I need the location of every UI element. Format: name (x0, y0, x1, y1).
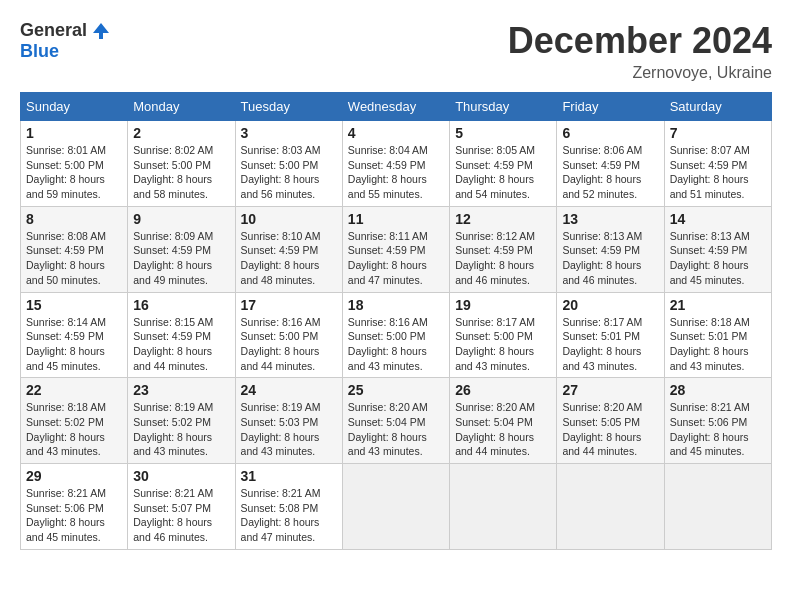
day-info: Sunrise: 8:09 AM Sunset: 4:59 PM Dayligh… (133, 229, 229, 288)
day-info: Sunrise: 8:17 AM Sunset: 5:00 PM Dayligh… (455, 315, 551, 374)
column-header-friday: Friday (557, 93, 664, 121)
calendar-cell: 25 Sunrise: 8:20 AM Sunset: 5:04 PM Dayl… (342, 378, 449, 464)
calendar-cell: 11 Sunrise: 8:11 AM Sunset: 4:59 PM Dayl… (342, 206, 449, 292)
day-info: Sunrise: 8:08 AM Sunset: 4:59 PM Dayligh… (26, 229, 122, 288)
calendar-cell: 1 Sunrise: 8:01 AM Sunset: 5:00 PM Dayli… (21, 121, 128, 207)
day-info: Sunrise: 8:11 AM Sunset: 4:59 PM Dayligh… (348, 229, 444, 288)
day-number: 5 (455, 125, 551, 141)
day-number: 24 (241, 382, 337, 398)
calendar-cell: 2 Sunrise: 8:02 AM Sunset: 5:00 PM Dayli… (128, 121, 235, 207)
day-info: Sunrise: 8:13 AM Sunset: 4:59 PM Dayligh… (670, 229, 766, 288)
day-info: Sunrise: 8:13 AM Sunset: 4:59 PM Dayligh… (562, 229, 658, 288)
day-number: 29 (26, 468, 122, 484)
logo-blue-text: Blue (20, 41, 59, 62)
calendar-cell: 10 Sunrise: 8:10 AM Sunset: 4:59 PM Dayl… (235, 206, 342, 292)
day-number: 6 (562, 125, 658, 141)
day-number: 2 (133, 125, 229, 141)
day-info: Sunrise: 8:17 AM Sunset: 5:01 PM Dayligh… (562, 315, 658, 374)
day-number: 10 (241, 211, 337, 227)
day-number: 22 (26, 382, 122, 398)
day-number: 21 (670, 297, 766, 313)
calendar-cell (342, 464, 449, 550)
calendar-week-row: 29 Sunrise: 8:21 AM Sunset: 5:06 PM Dayl… (21, 464, 772, 550)
calendar-cell: 6 Sunrise: 8:06 AM Sunset: 4:59 PM Dayli… (557, 121, 664, 207)
day-info: Sunrise: 8:06 AM Sunset: 4:59 PM Dayligh… (562, 143, 658, 202)
day-number: 3 (241, 125, 337, 141)
svg-marker-0 (93, 23, 109, 39)
day-number: 12 (455, 211, 551, 227)
day-number: 9 (133, 211, 229, 227)
calendar-cell: 12 Sunrise: 8:12 AM Sunset: 4:59 PM Dayl… (450, 206, 557, 292)
calendar-cell: 19 Sunrise: 8:17 AM Sunset: 5:00 PM Dayl… (450, 292, 557, 378)
column-header-tuesday: Tuesday (235, 93, 342, 121)
day-info: Sunrise: 8:18 AM Sunset: 5:02 PM Dayligh… (26, 400, 122, 459)
logo-icon (91, 21, 111, 41)
calendar-cell: 15 Sunrise: 8:14 AM Sunset: 4:59 PM Dayl… (21, 292, 128, 378)
day-number: 26 (455, 382, 551, 398)
day-number: 28 (670, 382, 766, 398)
calendar-cell: 17 Sunrise: 8:16 AM Sunset: 5:00 PM Dayl… (235, 292, 342, 378)
calendar-cell: 30 Sunrise: 8:21 AM Sunset: 5:07 PM Dayl… (128, 464, 235, 550)
column-header-saturday: Saturday (664, 93, 771, 121)
calendar-header-row: SundayMondayTuesdayWednesdayThursdayFrid… (21, 93, 772, 121)
day-info: Sunrise: 8:20 AM Sunset: 5:05 PM Dayligh… (562, 400, 658, 459)
calendar-cell: 26 Sunrise: 8:20 AM Sunset: 5:04 PM Dayl… (450, 378, 557, 464)
day-info: Sunrise: 8:18 AM Sunset: 5:01 PM Dayligh… (670, 315, 766, 374)
day-info: Sunrise: 8:21 AM Sunset: 5:08 PM Dayligh… (241, 486, 337, 545)
calendar-cell: 24 Sunrise: 8:19 AM Sunset: 5:03 PM Dayl… (235, 378, 342, 464)
day-info: Sunrise: 8:04 AM Sunset: 4:59 PM Dayligh… (348, 143, 444, 202)
day-number: 14 (670, 211, 766, 227)
day-info: Sunrise: 8:21 AM Sunset: 5:06 PM Dayligh… (670, 400, 766, 459)
calendar-cell: 29 Sunrise: 8:21 AM Sunset: 5:06 PM Dayl… (21, 464, 128, 550)
day-info: Sunrise: 8:14 AM Sunset: 4:59 PM Dayligh… (26, 315, 122, 374)
month-year-title: December 2024 (508, 20, 772, 62)
day-info: Sunrise: 8:07 AM Sunset: 4:59 PM Dayligh… (670, 143, 766, 202)
day-info: Sunrise: 8:20 AM Sunset: 5:04 PM Dayligh… (455, 400, 551, 459)
day-number: 15 (26, 297, 122, 313)
day-info: Sunrise: 8:05 AM Sunset: 4:59 PM Dayligh… (455, 143, 551, 202)
day-info: Sunrise: 8:19 AM Sunset: 5:03 PM Dayligh… (241, 400, 337, 459)
calendar-cell: 13 Sunrise: 8:13 AM Sunset: 4:59 PM Dayl… (557, 206, 664, 292)
day-number: 11 (348, 211, 444, 227)
calendar-cell: 18 Sunrise: 8:16 AM Sunset: 5:00 PM Dayl… (342, 292, 449, 378)
calendar-cell: 9 Sunrise: 8:09 AM Sunset: 4:59 PM Dayli… (128, 206, 235, 292)
day-number: 1 (26, 125, 122, 141)
calendar-cell: 31 Sunrise: 8:21 AM Sunset: 5:08 PM Dayl… (235, 464, 342, 550)
calendar-cell: 23 Sunrise: 8:19 AM Sunset: 5:02 PM Dayl… (128, 378, 235, 464)
day-number: 13 (562, 211, 658, 227)
column-header-wednesday: Wednesday (342, 93, 449, 121)
day-number: 23 (133, 382, 229, 398)
day-number: 16 (133, 297, 229, 313)
calendar-cell (450, 464, 557, 550)
calendar-cell: 5 Sunrise: 8:05 AM Sunset: 4:59 PM Dayli… (450, 121, 557, 207)
calendar-cell: 4 Sunrise: 8:04 AM Sunset: 4:59 PM Dayli… (342, 121, 449, 207)
calendar-cell: 22 Sunrise: 8:18 AM Sunset: 5:02 PM Dayl… (21, 378, 128, 464)
day-number: 19 (455, 297, 551, 313)
day-number: 27 (562, 382, 658, 398)
column-header-sunday: Sunday (21, 93, 128, 121)
calendar-week-row: 1 Sunrise: 8:01 AM Sunset: 5:00 PM Dayli… (21, 121, 772, 207)
day-number: 30 (133, 468, 229, 484)
location-subtitle: Zernovoye, Ukraine (508, 64, 772, 82)
day-number: 31 (241, 468, 337, 484)
day-info: Sunrise: 8:20 AM Sunset: 5:04 PM Dayligh… (348, 400, 444, 459)
column-header-monday: Monday (128, 93, 235, 121)
calendar-cell: 7 Sunrise: 8:07 AM Sunset: 4:59 PM Dayli… (664, 121, 771, 207)
calendar-cell: 3 Sunrise: 8:03 AM Sunset: 5:00 PM Dayli… (235, 121, 342, 207)
calendar-week-row: 8 Sunrise: 8:08 AM Sunset: 4:59 PM Dayli… (21, 206, 772, 292)
calendar-cell (664, 464, 771, 550)
day-number: 18 (348, 297, 444, 313)
page-header: General Blue December 2024 Zernovoye, Uk… (20, 20, 772, 82)
calendar-table: SundayMondayTuesdayWednesdayThursdayFrid… (20, 92, 772, 550)
calendar-cell: 16 Sunrise: 8:15 AM Sunset: 4:59 PM Dayl… (128, 292, 235, 378)
day-info: Sunrise: 8:16 AM Sunset: 5:00 PM Dayligh… (241, 315, 337, 374)
calendar-cell (557, 464, 664, 550)
day-number: 7 (670, 125, 766, 141)
calendar-cell: 21 Sunrise: 8:18 AM Sunset: 5:01 PM Dayl… (664, 292, 771, 378)
day-number: 17 (241, 297, 337, 313)
calendar-cell: 20 Sunrise: 8:17 AM Sunset: 5:01 PM Dayl… (557, 292, 664, 378)
calendar-week-row: 15 Sunrise: 8:14 AM Sunset: 4:59 PM Dayl… (21, 292, 772, 378)
day-info: Sunrise: 8:10 AM Sunset: 4:59 PM Dayligh… (241, 229, 337, 288)
day-info: Sunrise: 8:19 AM Sunset: 5:02 PM Dayligh… (133, 400, 229, 459)
day-info: Sunrise: 8:16 AM Sunset: 5:00 PM Dayligh… (348, 315, 444, 374)
